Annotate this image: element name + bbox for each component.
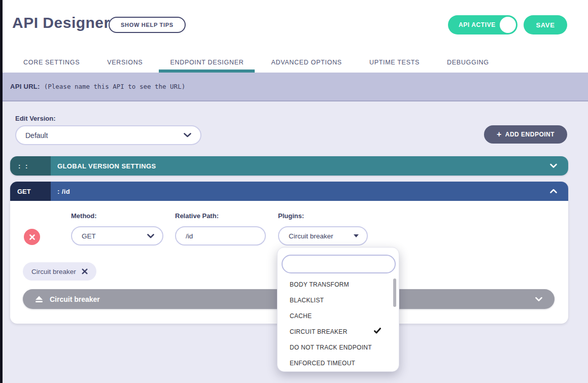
- add-endpoint-label: ADD ENDPOINT: [505, 131, 555, 138]
- save-button[interactable]: SAVE: [524, 15, 567, 34]
- method-select[interactable]: GET: [71, 226, 163, 246]
- toggle-knob[interactable]: [500, 17, 516, 33]
- window-edge: [0, 0, 3, 383]
- show-help-tips-button[interactable]: SHOW HELP TIPS: [109, 17, 186, 33]
- plugin-option-label: BODY TRANSFORM: [290, 281, 349, 288]
- plugins-select-value: Circuit breaker: [289, 232, 333, 240]
- plugins-select[interactable]: Circuit breaker: [278, 226, 368, 246]
- relative-path-label: Relative Path:: [175, 212, 219, 220]
- chevron-down-icon[interactable]: [550, 164, 557, 168]
- tab-label: CORE SETTINGS: [23, 59, 80, 66]
- drag-handle-icon: : :: [18, 162, 29, 170]
- caret-down-icon: [354, 234, 359, 237]
- method-badge-label: GET: [17, 188, 31, 195]
- plugin-tag-label: Circuit breaker: [31, 268, 76, 275]
- version-select-value: Default: [25, 131, 48, 140]
- check-icon: [374, 328, 381, 334]
- endpoint-path-title: : /id: [57, 188, 70, 195]
- relative-path-input[interactable]: [186, 232, 257, 240]
- method-label: Method:: [71, 212, 97, 220]
- close-icon: [29, 234, 35, 240]
- plugin-option-label: CIRCUIT BREAKER: [290, 328, 348, 335]
- tab-label: ENDPOINT DESIGNER: [170, 59, 244, 66]
- plugin-option-label: BLACKLIST: [290, 297, 324, 304]
- dropdown-scrollbar[interactable]: [393, 278, 396, 307]
- plugins-label: Plugins:: [278, 212, 304, 220]
- remove-plugin-icon[interactable]: [82, 268, 88, 274]
- chevron-up-icon[interactable]: [550, 189, 557, 194]
- plugin-option-cache[interactable]: CACHE: [278, 308, 394, 324]
- remove-endpoint-button[interactable]: [24, 229, 40, 245]
- header: API Designer SHOW HELP TIPS API ACTIVE S…: [0, 0, 588, 73]
- api-url-bar: API URL: (Please name this API to see th…: [0, 73, 588, 101]
- selected-plugin-tag: Circuit breaker: [23, 262, 96, 281]
- api-designer-screen: API Designer SHOW HELP TIPS API ACTIVE S…: [0, 0, 588, 383]
- edit-version-label: Edit Version:: [15, 115, 55, 122]
- plugin-option-label: DO NOT TRACK ENDPOINT: [290, 344, 372, 351]
- global-settings-bar-main[interactable]: GLOBAL VERSION SETTINGS: [51, 156, 568, 176]
- plugin-option-enforced-timeout[interactable]: ENFORCED TIMEOUT: [278, 355, 394, 371]
- endpoint-header-bar[interactable]: GET : /id: [10, 182, 568, 201]
- tab-label: VERSIONS: [107, 59, 143, 66]
- method-select-value: GET: [82, 232, 96, 240]
- chevron-down-icon: [147, 234, 154, 238]
- plugin-option-circuit-breaker[interactable]: CIRCUIT BREAKER: [278, 324, 394, 339]
- endpoint-bar-main[interactable]: : /id: [51, 182, 568, 201]
- plugin-option-blacklist[interactable]: BLACKLIST: [278, 292, 394, 308]
- api-url-value: (Please name this API to see the URL): [44, 83, 185, 90]
- plugin-option-list: BODY TRANSFORM BLACKLIST CACHE CIRCUIT B…: [278, 276, 394, 371]
- save-label: SAVE: [536, 21, 555, 29]
- global-settings-drag-handle[interactable]: : :: [10, 156, 51, 176]
- chevron-down-icon[interactable]: [535, 297, 542, 301]
- add-endpoint-button[interactable]: + ADD ENDPOINT: [484, 125, 567, 144]
- tab-endpoint-designer[interactable]: ENDPOINT DESIGNER: [170, 52, 244, 73]
- tab-debugging[interactable]: DEBUGGING: [447, 52, 489, 73]
- plugin-option-label: CACHE: [290, 312, 312, 320]
- tab-uptime-tests[interactable]: UPTIME TESTS: [369, 52, 420, 73]
- plugin-search-input[interactable]: [282, 255, 396, 273]
- tab-advanced-options[interactable]: ADVANCED OPTIONS: [271, 52, 341, 73]
- tab-label: ADVANCED OPTIONS: [271, 59, 341, 66]
- api-active-toggle[interactable]: API ACTIVE: [448, 15, 517, 34]
- page-title: API Designer: [12, 14, 110, 31]
- plus-icon: +: [497, 130, 502, 138]
- global-settings-title: GLOBAL VERSION SETTINGS: [57, 162, 156, 170]
- plugin-bar-title: Circuit breaker: [50, 295, 100, 303]
- plugin-option-do-not-track[interactable]: DO NOT TRACK ENDPOINT: [278, 339, 394, 355]
- tab-bar: CORE SETTINGS VERSIONS ENDPOINT DESIGNER…: [23, 52, 489, 73]
- show-help-tips-label: SHOW HELP TIPS: [121, 22, 174, 28]
- plugin-option-label: ENFORCED TIMEOUT: [290, 360, 355, 367]
- tab-versions[interactable]: VERSIONS: [107, 52, 143, 73]
- global-version-settings-bar[interactable]: : : GLOBAL VERSION SETTINGS: [10, 156, 568, 176]
- api-active-label: API ACTIVE: [459, 21, 496, 28]
- version-select[interactable]: Default: [15, 125, 201, 145]
- tab-label: DEBUGGING: [447, 59, 489, 66]
- eject-icon: [35, 296, 43, 303]
- relative-path-field: [175, 226, 266, 246]
- tab-label: UPTIME TESTS: [369, 59, 420, 66]
- api-url-label: API URL:: [10, 83, 40, 90]
- endpoint-method-badge: GET: [10, 182, 51, 201]
- chevron-down-icon: [184, 133, 191, 137]
- tab-core-settings[interactable]: CORE SETTINGS: [23, 52, 80, 73]
- plugin-option-body-transform[interactable]: BODY TRANSFORM: [278, 276, 394, 292]
- plugins-dropdown: BODY TRANSFORM BLACKLIST CACHE CIRCUIT B…: [277, 247, 399, 372]
